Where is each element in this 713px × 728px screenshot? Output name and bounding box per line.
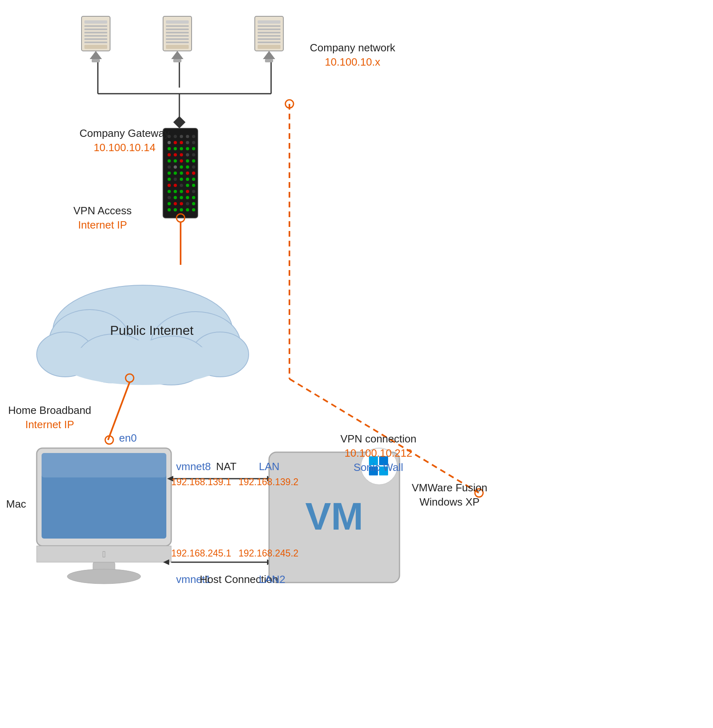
svg-point-97 bbox=[180, 202, 183, 205]
ip-245-2-label: 192.168.245.2 bbox=[238, 546, 298, 560]
svg-rect-15 bbox=[166, 32, 189, 33]
svg-rect-13 bbox=[166, 25, 189, 27]
svg-rect-121 bbox=[37, 448, 171, 546]
svg-point-78 bbox=[186, 178, 189, 181]
svg-point-112 bbox=[77, 334, 151, 383]
svg-rect-124 bbox=[37, 546, 171, 562]
svg-rect-16 bbox=[166, 35, 189, 37]
svg-point-48 bbox=[186, 141, 189, 144]
home-ip-text: Internet IP bbox=[25, 418, 74, 431]
svg-point-76 bbox=[174, 178, 177, 181]
svg-marker-38 bbox=[173, 116, 185, 128]
svg-point-118 bbox=[285, 100, 294, 108]
svg-point-113 bbox=[135, 336, 208, 385]
svg-point-61 bbox=[174, 159, 177, 163]
svg-point-101 bbox=[174, 208, 177, 211]
svg-point-98 bbox=[186, 202, 189, 205]
svg-rect-123 bbox=[42, 453, 166, 477]
svg-rect-17 bbox=[166, 38, 189, 40]
svg-text::  bbox=[102, 549, 106, 559]
svg-rect-29 bbox=[258, 42, 280, 43]
svg-point-42 bbox=[180, 135, 183, 138]
svg-rect-26 bbox=[258, 32, 280, 33]
svg-point-41 bbox=[174, 135, 177, 138]
svg-point-51 bbox=[174, 147, 177, 150]
svg-point-84 bbox=[192, 184, 195, 187]
svg-point-75 bbox=[168, 178, 171, 181]
svg-point-43 bbox=[186, 135, 189, 138]
svg-point-69 bbox=[192, 165, 195, 169]
svg-point-105 bbox=[177, 214, 185, 222]
company-network-ip: 10.100.10.x bbox=[325, 56, 380, 68]
vpn-access-label: VPN Access Internet IP bbox=[73, 204, 132, 232]
svg-rect-28 bbox=[258, 38, 280, 40]
svg-point-114 bbox=[61, 340, 224, 385]
svg-marker-31 bbox=[263, 51, 275, 59]
svg-rect-3 bbox=[84, 29, 107, 30]
svg-point-63 bbox=[186, 159, 189, 163]
svg-point-54 bbox=[192, 147, 195, 150]
svg-point-72 bbox=[180, 172, 183, 175]
svg-point-80 bbox=[168, 184, 171, 187]
svg-marker-9 bbox=[90, 51, 102, 59]
svg-point-100 bbox=[168, 208, 171, 211]
ip-139-1-label: 192.168.139.1 bbox=[171, 475, 231, 489]
svg-point-85 bbox=[168, 190, 171, 193]
svg-point-88 bbox=[186, 190, 189, 193]
nat-text: NAT bbox=[216, 460, 236, 473]
svg-point-68 bbox=[186, 165, 189, 169]
svg-rect-22 bbox=[255, 16, 283, 51]
svg-point-94 bbox=[192, 196, 195, 199]
svg-point-99 bbox=[192, 202, 195, 205]
company-gateway-text: Company Gateway bbox=[79, 127, 170, 139]
svg-rect-5 bbox=[84, 35, 107, 37]
svg-rect-1 bbox=[84, 20, 107, 24]
svg-rect-18 bbox=[166, 42, 189, 43]
lan-label: LAN bbox=[259, 460, 280, 474]
svg-point-53 bbox=[186, 147, 189, 150]
vmnet8-text: vmnet8 bbox=[176, 460, 211, 473]
svg-rect-4 bbox=[84, 32, 107, 33]
svg-point-46 bbox=[174, 141, 177, 144]
svg-point-108 bbox=[49, 310, 130, 375]
ip-139-2-text: 192.168.139.2 bbox=[238, 477, 298, 487]
svg-rect-11 bbox=[163, 16, 192, 51]
svg-marker-133 bbox=[163, 559, 169, 565]
nat-label: NAT bbox=[216, 460, 236, 474]
svg-point-91 bbox=[174, 196, 177, 199]
svg-point-74 bbox=[192, 172, 195, 175]
network-diagram:  VM Company net bbox=[0, 0, 713, 728]
lan2-text: LAN2 bbox=[259, 573, 285, 585]
vpn-connection-text: VPN connection bbox=[340, 433, 416, 445]
svg-point-52 bbox=[180, 147, 183, 150]
svg-point-95 bbox=[168, 202, 171, 205]
svg-point-115 bbox=[126, 374, 134, 382]
lan-text: LAN bbox=[259, 460, 280, 473]
svg-point-57 bbox=[180, 153, 183, 156]
svg-point-56 bbox=[174, 153, 177, 156]
public-internet-label: Public Internet bbox=[110, 322, 194, 339]
svg-rect-30 bbox=[258, 45, 280, 49]
svg-rect-12 bbox=[166, 20, 189, 24]
svg-point-64 bbox=[192, 159, 195, 163]
svg-point-71 bbox=[174, 172, 177, 175]
svg-point-49 bbox=[192, 141, 195, 144]
svg-point-82 bbox=[180, 184, 183, 187]
vpn-connection-label: VPN connection 10.100.10.212 Sonic Wall bbox=[340, 432, 416, 475]
vmnet8-label: vmnet8 bbox=[176, 460, 211, 474]
svg-rect-10 bbox=[92, 59, 100, 62]
company-gateway-label: Company Gateway 10.100.10.14 bbox=[79, 126, 170, 155]
svg-point-110 bbox=[37, 332, 94, 377]
svg-point-70 bbox=[168, 172, 171, 175]
vmware-fusion-text: VMWare Fusion bbox=[412, 482, 487, 494]
svg-rect-122 bbox=[42, 453, 166, 539]
en0-text: en0 bbox=[119, 432, 137, 444]
svg-point-109 bbox=[151, 312, 241, 377]
svg-point-60 bbox=[168, 159, 171, 163]
svg-rect-27 bbox=[258, 35, 280, 37]
svg-point-62 bbox=[180, 159, 183, 163]
ip-245-1-label: 192.168.245.1 bbox=[171, 546, 231, 560]
svg-point-111 bbox=[192, 332, 249, 377]
svg-rect-24 bbox=[258, 25, 280, 27]
ip-139-2-label: 192.168.139.2 bbox=[238, 475, 298, 489]
